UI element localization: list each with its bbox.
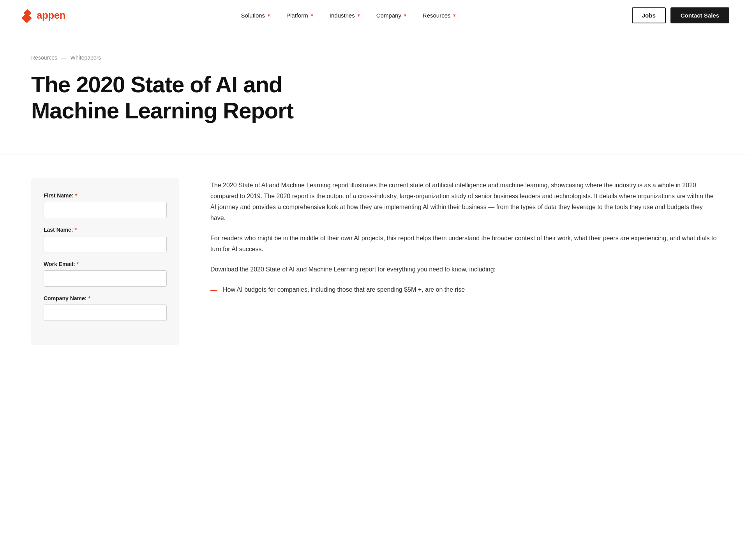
first-name-input[interactable]: [44, 202, 167, 218]
breadcrumb: Resources — Whitepapers: [31, 55, 717, 61]
chevron-down-icon: ▼: [453, 13, 457, 18]
required-indicator: *: [77, 261, 79, 267]
logo[interactable]: appen: [19, 9, 65, 23]
logo-text: appen: [37, 9, 65, 21]
contact-sales-button[interactable]: Contact Sales: [670, 7, 729, 23]
work-email-label: Work Email: *: [44, 261, 167, 267]
nav-solutions[interactable]: Solutions ▼: [235, 9, 277, 22]
description-para-1: The 2020 State of AI and Machine Learnin…: [210, 180, 717, 224]
required-indicator: *: [75, 192, 77, 199]
form-group-first-name: First Name: *: [44, 192, 167, 218]
last-name-input[interactable]: [44, 236, 167, 252]
chevron-down-icon: ▼: [267, 13, 271, 18]
bullet-dash-icon: —: [210, 284, 217, 297]
right-content: The 2020 State of AI and Machine Learnin…: [210, 178, 717, 345]
chevron-down-icon: ▼: [403, 13, 407, 18]
appen-logo-icon: [19, 9, 33, 23]
description-para-2: For readers who might be in the middle o…: [210, 233, 717, 255]
breadcrumb-separator: —: [61, 55, 67, 61]
header: appen Solutions ▼ Platform ▼ Industries …: [0, 0, 748, 31]
content-section: First Name: * Last Name: * Work Email: *…: [0, 155, 748, 368]
nav-platform[interactable]: Platform ▼: [280, 9, 320, 22]
bullet-item-1: — How AI budgets for companies, includin…: [210, 284, 717, 297]
download-form: First Name: * Last Name: * Work Email: *…: [31, 178, 179, 345]
description-para-3: Download the 2020 State of AI and Machin…: [210, 264, 717, 275]
hero-section: Resources — Whitepapers The 2020 State o…: [0, 31, 748, 155]
jobs-button[interactable]: Jobs: [632, 7, 666, 23]
company-name-label: Company Name: *: [44, 295, 167, 301]
breadcrumb-resources[interactable]: Resources: [31, 55, 57, 61]
nav-company[interactable]: Company ▼: [370, 9, 413, 22]
chevron-down-icon: ▼: [357, 13, 361, 18]
form-group-work-email: Work Email: *: [44, 261, 167, 287]
bullet-text-1: How AI budgets for companies, including …: [223, 284, 465, 295]
required-indicator: *: [74, 227, 76, 233]
required-indicator: *: [88, 295, 90, 301]
header-actions: Jobs Contact Sales: [632, 7, 729, 23]
form-group-company-name: Company Name: *: [44, 295, 167, 321]
first-name-label: First Name: *: [44, 192, 167, 199]
last-name-label: Last Name: *: [44, 227, 167, 233]
main-nav: Solutions ▼ Platform ▼ Industries ▼ Comp…: [235, 9, 462, 22]
company-name-input[interactable]: [44, 305, 167, 321]
breadcrumb-current: Whitepapers: [71, 55, 101, 61]
form-group-last-name: Last Name: *: [44, 227, 167, 252]
work-email-input[interactable]: [44, 270, 167, 287]
nav-industries[interactable]: Industries ▼: [323, 9, 367, 22]
page-title: The 2020 State of AI and Machine Learnin…: [31, 72, 312, 123]
nav-resources[interactable]: Resources ▼: [416, 9, 463, 22]
chevron-down-icon: ▼: [310, 13, 314, 18]
